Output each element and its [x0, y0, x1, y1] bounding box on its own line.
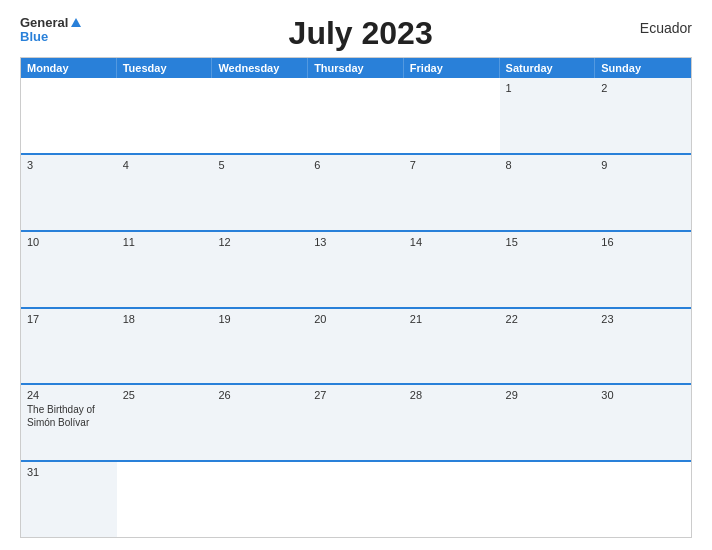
- weeks-container: 123456789101112131415161718192021222324T…: [21, 78, 691, 537]
- logo: General Blue: [20, 16, 81, 45]
- calendar-cell: 20: [308, 309, 404, 384]
- calendar-cell: 24The Birthday of Simón Bolívar: [21, 385, 117, 460]
- week-row-1: 12: [21, 78, 691, 153]
- cell-date-number: 4: [123, 159, 207, 171]
- calendar-cell: [212, 462, 308, 537]
- cell-date-number: 21: [410, 313, 494, 325]
- calendar-cell: [212, 78, 308, 153]
- calendar-cell: 23: [595, 309, 691, 384]
- calendar-cell: 21: [404, 309, 500, 384]
- calendar-cell: [308, 462, 404, 537]
- day-header-friday: Friday: [404, 58, 500, 78]
- cell-date-number: 28: [410, 389, 494, 401]
- day-headers-row: MondayTuesdayWednesdayThursdayFridaySatu…: [21, 58, 691, 78]
- day-header-thursday: Thursday: [308, 58, 404, 78]
- calendar-cell: 4: [117, 155, 213, 230]
- calendar-cell: 2: [595, 78, 691, 153]
- cell-date-number: 12: [218, 236, 302, 248]
- cell-date-number: 20: [314, 313, 398, 325]
- day-header-sunday: Sunday: [595, 58, 691, 78]
- calendar-cell: [308, 78, 404, 153]
- cell-date-number: 23: [601, 313, 685, 325]
- calendar-cell: 31: [21, 462, 117, 537]
- cell-date-number: 10: [27, 236, 111, 248]
- calendar-cell: 17: [21, 309, 117, 384]
- cell-date-number: 13: [314, 236, 398, 248]
- cell-date-number: 27: [314, 389, 398, 401]
- cell-date-number: 22: [506, 313, 590, 325]
- calendar-cell: 10: [21, 232, 117, 307]
- calendar-cell: 11: [117, 232, 213, 307]
- calendar-cell: 14: [404, 232, 500, 307]
- country-label: Ecuador: [640, 16, 692, 36]
- cell-date-number: 8: [506, 159, 590, 171]
- cell-event-text: The Birthday of Simón Bolívar: [27, 403, 111, 429]
- calendar-cell: 1: [500, 78, 596, 153]
- week-row-3: 10111213141516: [21, 230, 691, 307]
- day-header-wednesday: Wednesday: [212, 58, 308, 78]
- cell-date-number: 9: [601, 159, 685, 171]
- cell-date-number: 30: [601, 389, 685, 401]
- calendar-cell: [595, 462, 691, 537]
- cell-date-number: 31: [27, 466, 111, 478]
- calendar-cell: 8: [500, 155, 596, 230]
- cell-date-number: 18: [123, 313, 207, 325]
- calendar-cell: [21, 78, 117, 153]
- calendar-cell: 7: [404, 155, 500, 230]
- week-row-5: 24The Birthday of Simón Bolívar252627282…: [21, 383, 691, 460]
- calendar-title: July 2023: [81, 16, 639, 51]
- cell-date-number: 25: [123, 389, 207, 401]
- week-row-4: 17181920212223: [21, 307, 691, 384]
- header: General Blue July 2023 Ecuador: [20, 16, 692, 51]
- calendar-cell: 5: [212, 155, 308, 230]
- cell-date-number: 5: [218, 159, 302, 171]
- calendar-cell: [500, 462, 596, 537]
- day-header-tuesday: Tuesday: [117, 58, 213, 78]
- calendar-cell: 6: [308, 155, 404, 230]
- calendar-cell: [404, 78, 500, 153]
- calendar-cell: 12: [212, 232, 308, 307]
- calendar-cell: 3: [21, 155, 117, 230]
- logo-blue-text: Blue: [20, 30, 48, 44]
- calendar-cell: 28: [404, 385, 500, 460]
- calendar-cell: 15: [500, 232, 596, 307]
- day-header-saturday: Saturday: [500, 58, 596, 78]
- cell-date-number: 26: [218, 389, 302, 401]
- cell-date-number: 11: [123, 236, 207, 248]
- cell-date-number: 2: [601, 82, 685, 94]
- logo-general-text: General: [20, 16, 68, 30]
- calendar-cell: 19: [212, 309, 308, 384]
- calendar-grid: MondayTuesdayWednesdayThursdayFridaySatu…: [20, 57, 692, 538]
- calendar-cell: 30: [595, 385, 691, 460]
- cell-date-number: 15: [506, 236, 590, 248]
- calendar-cell: 25: [117, 385, 213, 460]
- cell-date-number: 29: [506, 389, 590, 401]
- calendar-page: General Blue July 2023 Ecuador MondayTue…: [0, 0, 712, 550]
- calendar-cell: 13: [308, 232, 404, 307]
- week-row-2: 3456789: [21, 153, 691, 230]
- cell-date-number: 24: [27, 389, 111, 401]
- calendar-cell: [117, 462, 213, 537]
- week-row-6: 31: [21, 460, 691, 537]
- cell-date-number: 7: [410, 159, 494, 171]
- cell-date-number: 3: [27, 159, 111, 171]
- logo-triangle-icon: [71, 18, 81, 27]
- cell-date-number: 16: [601, 236, 685, 248]
- calendar-cell: 26: [212, 385, 308, 460]
- cell-date-number: 6: [314, 159, 398, 171]
- calendar-cell: 22: [500, 309, 596, 384]
- calendar-cell: 29: [500, 385, 596, 460]
- calendar-cell: 16: [595, 232, 691, 307]
- cell-date-number: 14: [410, 236, 494, 248]
- calendar-cell: [404, 462, 500, 537]
- calendar-cell: 27: [308, 385, 404, 460]
- cell-date-number: 19: [218, 313, 302, 325]
- calendar-cell: 9: [595, 155, 691, 230]
- cell-date-number: 17: [27, 313, 111, 325]
- day-header-monday: Monday: [21, 58, 117, 78]
- cell-date-number: 1: [506, 82, 590, 94]
- calendar-cell: 18: [117, 309, 213, 384]
- calendar-cell: [117, 78, 213, 153]
